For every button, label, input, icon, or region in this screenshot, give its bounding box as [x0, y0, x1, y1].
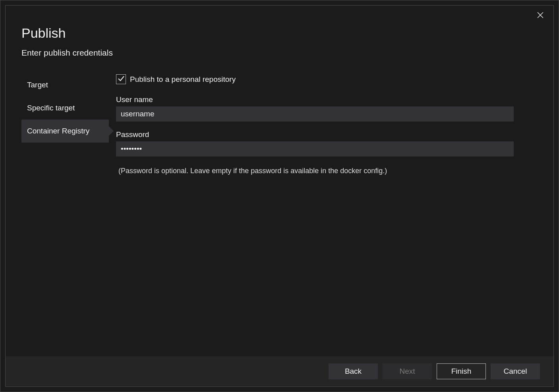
password-input[interactable] [116, 141, 514, 156]
password-helper-text: (Password is optional. Leave empty if th… [116, 167, 514, 175]
back-button[interactable]: Back [329, 363, 378, 379]
personal-repository-checkbox[interactable] [116, 74, 126, 84]
dialog-subtitle: Enter publish credentials [21, 48, 538, 58]
close-icon [537, 10, 544, 21]
close-button[interactable] [534, 10, 546, 21]
check-icon [118, 75, 125, 84]
username-input[interactable] [116, 106, 514, 122]
personal-repository-label: Publish to a personal repository [130, 75, 236, 84]
dialog-footer: Back Next Finish Cancel [6, 356, 553, 386]
dialog-title: Publish [21, 25, 538, 41]
sidebar-item-container-registry[interactable]: Container Registry [21, 120, 109, 143]
sidebar-item-label: Target [27, 81, 48, 89]
cancel-button[interactable]: Cancel [491, 363, 540, 379]
sidebar-item-specific-target[interactable]: Specific target [21, 97, 109, 120]
next-button: Next [383, 363, 432, 379]
wizard-sidebar: Target Specific target Container Registr… [21, 73, 109, 175]
sidebar-item-target[interactable]: Target [21, 73, 109, 97]
username-label: User name [116, 95, 514, 104]
password-label: Password [116, 130, 514, 139]
finish-button[interactable]: Finish [437, 363, 486, 379]
sidebar-item-label: Container Registry [27, 127, 89, 135]
sidebar-item-label: Specific target [27, 104, 75, 112]
